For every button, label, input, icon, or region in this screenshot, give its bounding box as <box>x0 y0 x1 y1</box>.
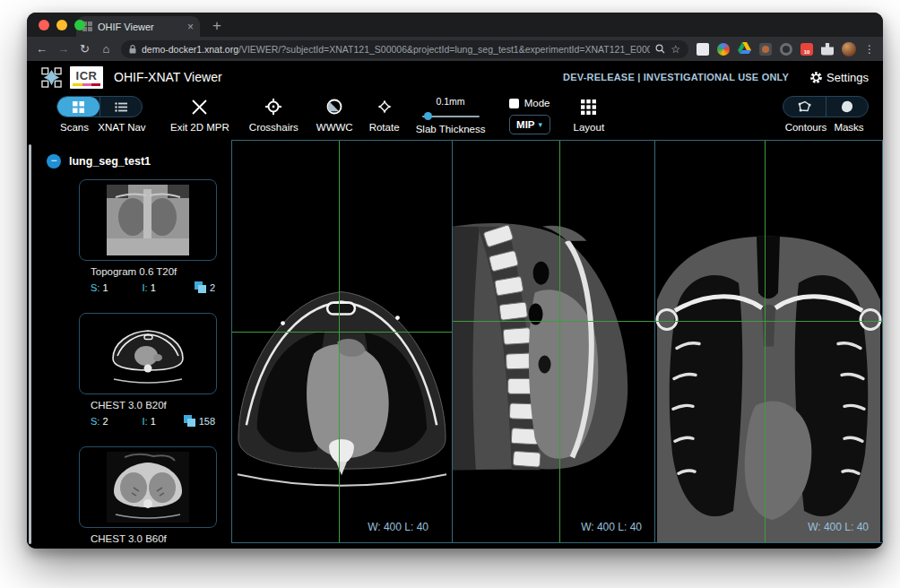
extension-camera-icon[interactable] <box>759 43 772 56</box>
settings-button[interactable]: Settings <box>809 71 869 84</box>
layout-label: Layout <box>574 122 605 133</box>
tab-strip: OHIF Viewer × + <box>27 13 883 37</box>
list-icon <box>115 102 127 112</box>
crosshair-horizontal-line[interactable] <box>655 321 882 322</box>
crosshair-vertical-line[interactable] <box>559 141 560 542</box>
contours-button[interactable] <box>783 97 826 117</box>
wwwc-button[interactable]: WWWC <box>316 96 353 133</box>
browser-tab[interactable]: OHIF Viewer × <box>76 16 200 37</box>
close-window-button[interactable] <box>39 20 49 30</box>
crosshairs-button[interactable]: Crosshairs <box>249 96 299 133</box>
extension-doc-icon[interactable] <box>697 43 709 56</box>
forward-icon[interactable]: → <box>56 42 70 56</box>
layout-button[interactable]: Layout <box>574 96 605 133</box>
home-icon[interactable]: ⌂ <box>100 42 113 56</box>
back-icon[interactable]: ← <box>35 42 48 56</box>
axial-ct-image <box>232 141 452 542</box>
study-header[interactable]: − lung_seg_test1 <box>47 154 231 169</box>
series-i-label: I: <box>143 416 148 427</box>
window-level-overlay: W: 400 L: 40 <box>581 521 642 533</box>
panel-toggle-group: Scans XNAT Nav <box>52 96 147 133</box>
series-i-label: I: <box>143 282 148 293</box>
minimize-window-button[interactable] <box>56 20 67 30</box>
crosshairs-label: Crosshairs <box>249 122 299 133</box>
reload-icon[interactable]: ↻ <box>78 42 91 56</box>
slab-thickness-label: Slab Thickness <box>416 124 486 134</box>
masks-button[interactable] <box>826 97 868 117</box>
topogram-thumbnail-image <box>107 185 189 255</box>
url-domain: demo-docker1.xnat.org <box>142 44 238 55</box>
coronal-ct-image <box>655 141 882 542</box>
panel-scrollbar[interactable] <box>29 144 31 544</box>
instances-icon <box>195 281 207 293</box>
window-level-overlay: W: 400 L: 40 <box>368 521 428 533</box>
mip-mode-control: Mode MIP ▾ <box>500 96 559 134</box>
series-item-chest-b60f[interactable]: CHEST 3.0 B60f <box>79 446 217 544</box>
extensions-puzzle-icon[interactable] <box>821 43 834 56</box>
gear-icon <box>809 71 823 84</box>
profile-avatar[interactable] <box>842 42 856 56</box>
axial-lung-thumbnail-image <box>107 452 189 523</box>
exit-2d-mpr-label: Exit 2D MPR <box>170 122 229 133</box>
rotate-3d-icon <box>377 99 392 114</box>
scans-label: Scans <box>52 122 97 133</box>
xnat-nav-toggle-button[interactable] <box>100 97 142 117</box>
new-tab-button[interactable]: + <box>212 19 221 33</box>
browser-toolbar: ← → ↻ ⌂ demo-docker1.xnat.org/VIEWER/?su… <box>27 37 883 61</box>
icr-logo: ICR <box>70 66 103 89</box>
viewport-coronal[interactable]: W: 400 L: 40 <box>655 141 883 542</box>
crosshair-vertical-line[interactable] <box>339 141 340 542</box>
exit-2d-mpr-button[interactable]: Exit 2D MPR <box>170 96 229 133</box>
zoom-page-icon[interactable] <box>655 44 665 54</box>
series-s-label: S: <box>91 416 100 427</box>
mask-blob-icon <box>841 100 853 113</box>
crosshair-vertical-line[interactable] <box>765 141 766 542</box>
collapse-study-icon[interactable]: − <box>47 154 61 169</box>
mip-dropdown[interactable]: MIP ▾ <box>509 115 550 134</box>
tab-title: OHIF Viewer <box>98 22 182 32</box>
viewport-sagittal[interactable]: W: 400 L: 40 <box>453 141 655 542</box>
series-item-topogram[interactable]: Topogram 0.6 T20f S:1 I:1 2 <box>79 179 217 293</box>
series-thumbnail-card[interactable] <box>79 446 217 528</box>
address-bar[interactable]: demo-docker1.xnat.org/VIEWER/?subjectId=… <box>121 40 688 58</box>
slider-thumb[interactable] <box>424 112 432 120</box>
traffic-lights <box>39 20 85 30</box>
url-text: demo-docker1.xnat.org/VIEWER/?subjectId=… <box>142 44 650 55</box>
viewport-axial[interactable]: W: 400 L: 40 <box>231 141 453 542</box>
series-meta: S:1 I:1 2 <box>91 281 217 293</box>
series-meta: S:2 I:1 158 <box>91 415 217 427</box>
browser-menu-icon[interactable]: ⋮ <box>864 43 875 56</box>
xnat-nav-label: XNAT Nav <box>97 122 147 133</box>
contour-polygon-icon <box>798 100 811 113</box>
crosshair-horizontal-line[interactable] <box>453 321 654 322</box>
mode-label: Mode <box>524 98 550 108</box>
slab-thickness-control: 0.1mm Slab Thickness <box>412 96 489 134</box>
crosshair-horizontal-line[interactable] <box>232 332 452 333</box>
series-item-chest-b20f[interactable]: CHEST 3.0 B20f S:2 I:1 158 <box>79 313 217 427</box>
app-title: OHIF-XNAT Viewer <box>114 70 222 84</box>
viewport-grid: W: 400 L: 40 <box>231 140 883 543</box>
mode-checkbox[interactable] <box>509 99 519 108</box>
slab-thickness-slider[interactable] <box>422 116 480 117</box>
series-name: CHEST 3.0 B60f <box>91 533 217 544</box>
url-path: /VIEWER/?subjectId=XNAT121_S00006&projec… <box>238 44 650 55</box>
bookmark-star-icon[interactable]: ☆ <box>671 43 680 56</box>
slab-thickness-value: 0.1mm <box>437 96 465 107</box>
instance-count: 158 <box>199 416 215 427</box>
rotate-button[interactable]: Rotate <box>369 96 400 133</box>
extension-drive-icon[interactable] <box>738 41 751 57</box>
lock-icon <box>129 45 136 54</box>
release-banner: DEV-RELEASE | INVESTIGATIONAL USE ONLY <box>563 72 789 82</box>
series-thumbnail-card[interactable] <box>79 313 217 394</box>
scans-toggle-button[interactable] <box>57 97 100 117</box>
zoom-window-button[interactable] <box>74 20 85 30</box>
extension-badge-icon[interactable]: 10 <box>800 43 813 56</box>
series-name: Topogram 0.6 T20f <box>91 266 217 277</box>
mip-value: MIP <box>516 119 534 130</box>
extension-color-wheel-icon[interactable] <box>717 43 730 56</box>
scans-panel: − lung_seg_test1 <box>27 140 231 549</box>
grid-icon <box>73 101 84 113</box>
extension-lens-icon[interactable] <box>780 43 792 56</box>
tab-close-icon[interactable]: × <box>187 22 194 32</box>
series-thumbnail-card[interactable] <box>79 179 217 261</box>
